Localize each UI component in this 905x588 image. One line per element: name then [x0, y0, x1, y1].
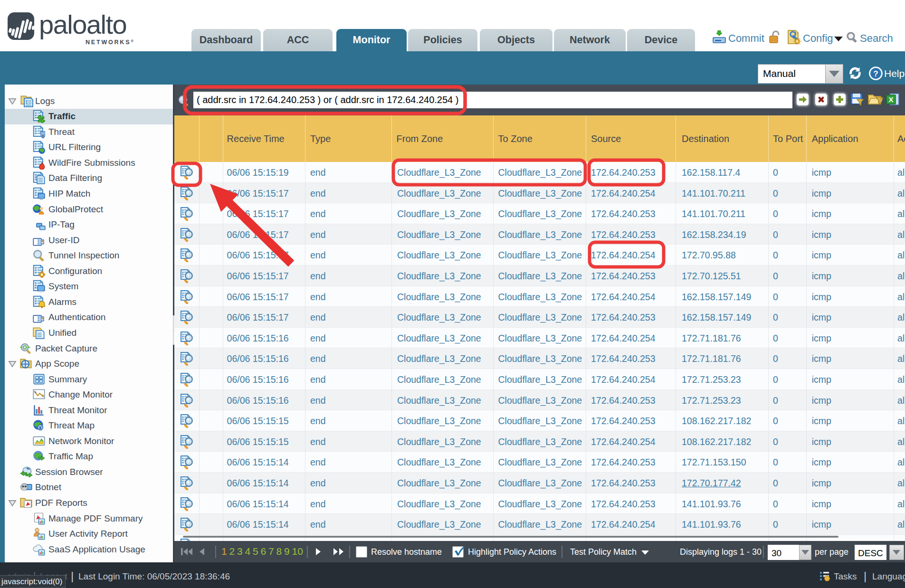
svg-text:x: x — [39, 425, 42, 430]
svg-text:?: ? — [873, 69, 878, 78]
svg-text:X: X — [888, 95, 893, 104]
svg-text:x: x — [42, 133, 45, 138]
